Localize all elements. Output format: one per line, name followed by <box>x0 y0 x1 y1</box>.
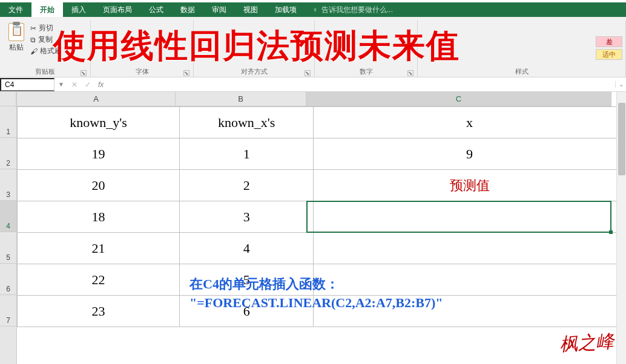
cell-B2[interactable]: 1 <box>180 138 314 170</box>
namebox-dropdown-icon[interactable]: ▼ <box>54 81 68 88</box>
tab-addins[interactable]: 加载项 <box>266 2 305 17</box>
row-header-3[interactable]: 3 <box>0 169 16 201</box>
cell-B4[interactable]: 3 <box>180 201 314 233</box>
formula-expand-icon[interactable]: ⌄ <box>615 81 626 88</box>
copy-icon <box>30 36 36 44</box>
style-bad[interactable]: 差 <box>596 36 622 47</box>
fx-icon[interactable]: fx <box>94 80 107 89</box>
tell-me-search[interactable]: ♀ 告诉我您想要做什么... <box>305 2 626 17</box>
group-clipboard-label: 剪贴板⬊ <box>6 67 84 77</box>
fill-handle[interactable] <box>609 230 613 234</box>
cell-C3[interactable]: 预测值 <box>314 170 626 201</box>
formula-input[interactable] <box>107 78 615 91</box>
enter-icon[interactable]: ✓ <box>81 80 94 89</box>
tell-me-placeholder: 告诉我您想要做什么... <box>321 5 393 15</box>
clipboard-icon <box>8 23 24 41</box>
cell-A1[interactable]: known_y's <box>18 107 180 138</box>
group-align-label: 对齐方式⬊ <box>200 67 308 77</box>
col-header-c[interactable]: C <box>306 92 611 106</box>
row-header-5[interactable]: 5 <box>0 232 16 264</box>
row-header-2[interactable]: 2 <box>0 138 16 169</box>
tab-home[interactable]: 开始 <box>31 2 63 17</box>
group-number-label: 数字⬊ <box>321 67 411 77</box>
group-font-label: 字体⬊ <box>97 67 187 77</box>
align-launcher[interactable]: ⬊ <box>305 70 311 76</box>
cell-C5[interactable] <box>314 233 626 264</box>
clipboard-launcher[interactable]: ⬊ <box>81 70 87 76</box>
cell-B3[interactable]: 2 <box>180 170 314 201</box>
name-box[interactable] <box>0 78 54 91</box>
cell-C1[interactable]: x <box>314 107 626 138</box>
ribbon-tabs: 文件 开始 插入 页面布局 公式 数据 审阅 视图 加载项 ♀ 告诉我您想要做什… <box>0 2 626 17</box>
tab-view[interactable]: 视图 <box>235 2 266 17</box>
tab-file[interactable]: 文件 <box>0 2 31 17</box>
formula-bar: ▼ ✕ ✓ fx ⌄ <box>0 77 626 92</box>
paste-button[interactable]: 粘贴 <box>6 21 27 55</box>
tab-page-layout[interactable]: 页面布局 <box>94 2 140 17</box>
cell-B1[interactable]: known_x's <box>180 107 314 138</box>
tab-data[interactable]: 数据 <box>172 2 203 17</box>
row-header-1[interactable]: 1 <box>0 106 16 138</box>
brush-icon <box>30 47 38 56</box>
cell-C4[interactable] <box>314 201 626 233</box>
select-all-corner[interactable] <box>0 92 16 106</box>
annotation-text: 在C4的单元格插入函数： "=FORECAST.LINEAR(C2,A2:A7,… <box>189 275 443 313</box>
cancel-icon[interactable]: ✕ <box>68 80 81 89</box>
row-header-4[interactable]: 4 <box>0 201 16 232</box>
row-header-7[interactable]: 7 <box>0 295 16 327</box>
cell-A5[interactable]: 21 <box>18 233 180 264</box>
cell-A4[interactable]: 18 <box>18 201 180 233</box>
signature: 枫之峰 <box>559 329 615 357</box>
tab-insert[interactable]: 插入 <box>63 2 94 17</box>
cell-A2[interactable]: 19 <box>18 138 180 170</box>
lightbulb-icon: ♀ <box>312 5 318 14</box>
cell-B5[interactable]: 4 <box>180 233 314 264</box>
style-neutral[interactable]: 适中 <box>596 49 622 60</box>
scissors-icon <box>30 24 36 33</box>
tab-review[interactable]: 审阅 <box>203 2 235 17</box>
number-launcher[interactable]: ⬊ <box>407 70 413 76</box>
cell-A6[interactable]: 22 <box>18 264 180 296</box>
col-header-a[interactable]: A <box>17 92 176 106</box>
paste-label: 粘贴 <box>9 42 24 53</box>
vertical-scrollbar[interactable] <box>616 92 626 364</box>
tab-formulas[interactable]: 公式 <box>140 2 172 17</box>
cell-A7[interactable]: 23 <box>18 296 180 327</box>
row-header-6[interactable]: 6 <box>0 264 16 295</box>
cell-A3[interactable]: 20 <box>18 170 180 201</box>
col-header-b[interactable]: B <box>176 92 306 106</box>
cell-C2[interactable]: 9 <box>314 138 626 170</box>
overlay-title-text: 使用线性回归法预测未来值 <box>53 24 460 68</box>
font-launcher[interactable]: ⬊ <box>183 70 189 76</box>
scrollbar-thumb[interactable] <box>618 103 625 175</box>
group-styles-label: 样式 <box>424 67 619 77</box>
